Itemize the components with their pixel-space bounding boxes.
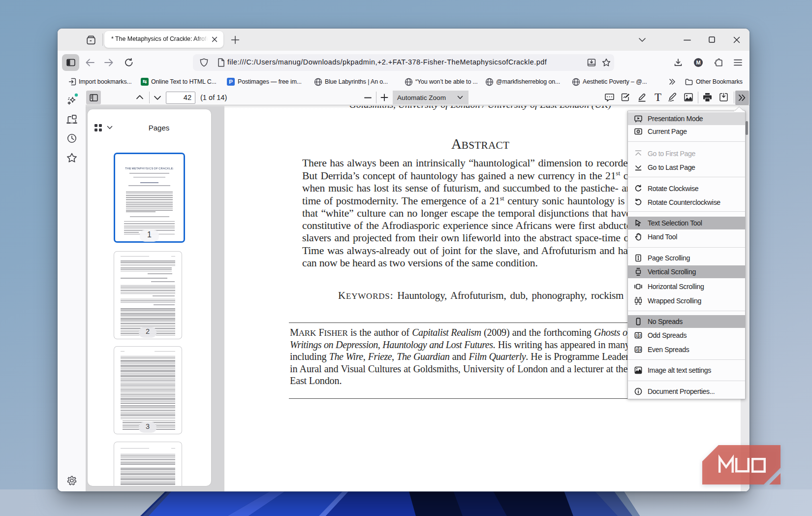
svg-text:3: 3	[639, 348, 641, 352]
svg-text:2: 2	[639, 334, 641, 337]
svg-text:2: 2	[636, 348, 638, 352]
svg-text:1: 1	[636, 334, 638, 337]
